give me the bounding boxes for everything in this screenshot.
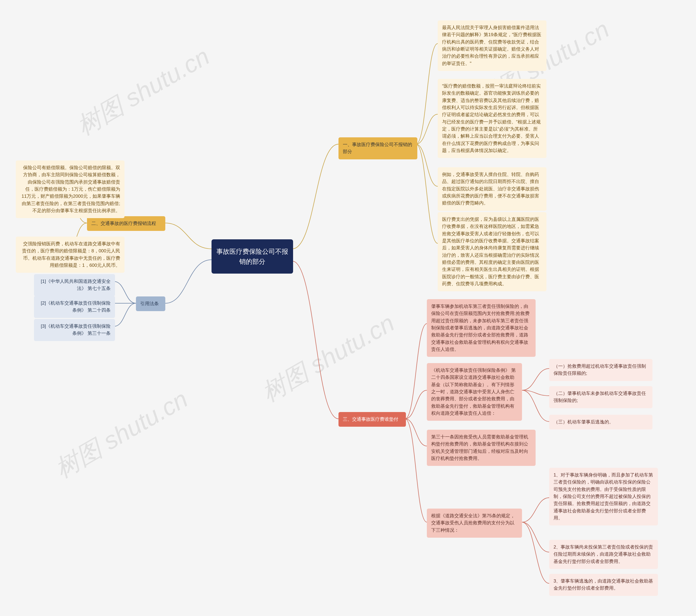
watermark: 树图 shutu.cn bbox=[49, 383, 194, 486]
mindmap-canvas: 树图 shutu.cn 树图 shutu.cn 树图 shutu.cn 树图 s… bbox=[0, 0, 696, 616]
branch-3-sub-a-1[interactable]: （一）抢救费用超过机动车交通事故责任强制保险责任限额的; bbox=[549, 359, 652, 381]
branch-1-item-2[interactable]: "医疗费的赔偿数额，按照一审法庭辩论终结前实际发生的数额确定。器官功能恢复训练所… bbox=[438, 79, 547, 158]
branch-3-item-1[interactable]: 肇事车辆参加机动车第三者责任强制保险的，由保险公司在责任限额范围内支付抢救费用;… bbox=[427, 299, 536, 357]
branch-1-item-1[interactable]: 最高人民法院关于审理人身损害赔偿案件适用法律若干问题的解释》第19条规定，"医疗… bbox=[438, 20, 547, 71]
watermark: 树图 shutu.cn bbox=[71, 40, 216, 143]
branch-1-item-3[interactable]: 例如，交通事故受害人擅自住院、转院、自购药品、超过医疗通知的出院日期而拒不出院、… bbox=[438, 167, 547, 211]
branch-3-sub-b-3[interactable]: 3、肇事车辆逃逸的，由道路交通事故社会救助基金先行垫付部分或者全部费用。 bbox=[549, 574, 658, 596]
branch-3-sub-a-2[interactable]: （二）肇事机动车未参加机动车交通事故责任强制保险的; bbox=[549, 386, 652, 408]
branch-1-item-4[interactable]: 医疗费支出的凭据，应为县级以上直属医院的医疗收费单据，在没有这样医院的地区，如需… bbox=[438, 212, 547, 291]
branch-3-item-3[interactable]: 第三十一条因抢救受伤人员需要救助基金管理机构垫付抢救费用的，救助基金管理机构在接… bbox=[427, 430, 536, 466]
branch-law-title[interactable]: 引用法条 bbox=[136, 296, 165, 311]
branch-3-item-2[interactable]: 《机动车交通事故责任强制保险条例》 第二十四条国家设立道路交通事故社会救助基金（… bbox=[427, 363, 522, 421]
branch-3-sub-b-1[interactable]: 1、对于事故车辆身份明确，而且参加了机动车第三者责任保险的，明确由该机动车投保的… bbox=[549, 468, 658, 525]
watermark: 树图 shutu.cn bbox=[256, 307, 400, 409]
branch-law-item-2[interactable]: [2]《机动车交通事故责任强制保险条例》 第二十四条 bbox=[34, 296, 115, 318]
branch-2-title[interactable]: 二、交通事故的医疗费报销流程 bbox=[87, 216, 165, 231]
branch-1-title[interactable]: 一、事故医疗费保险公司不报销的部分 bbox=[338, 137, 417, 159]
branch-3-title[interactable]: 三、交通事故医疗费谁垫付 bbox=[338, 412, 406, 427]
branch-3-sub-b-2[interactable]: 2、事故车辆尚未投保第三者责任险或者投保的责任险过期而未续保的，由道路交通事故社… bbox=[549, 540, 658, 569]
branch-3-sub-a-3[interactable]: （三）机动车肇事后逃逸的。 bbox=[549, 415, 652, 429]
branch-law-item-1[interactable]: [1]《中华人民共和国道路交通安全法》 第七十五条 bbox=[34, 274, 115, 296]
branch-2-item-2[interactable]: 交强险报销医药费，机动车在道路交通事故中有责任的，医疗费用的赔偿限额是：8，00… bbox=[16, 236, 125, 273]
branch-2-item-1[interactable]: 保险公司有赔偿限额。保险公司赔偿的限额。双方协商，由车主陪同到保险公司核算赔偿数… bbox=[16, 160, 125, 218]
mindmap-root[interactable]: 事故医疗费保险公司不报销的部分 bbox=[211, 239, 293, 274]
branch-3-item-4[interactable]: 根据《道路交通安全法》第75条的规定，交通事故受伤人员抢救费用的支付分为以下三种… bbox=[427, 509, 522, 538]
branch-law-item-3[interactable]: [3]《机动车交通事故责任强制保险条例》 第三十一条 bbox=[34, 319, 115, 341]
